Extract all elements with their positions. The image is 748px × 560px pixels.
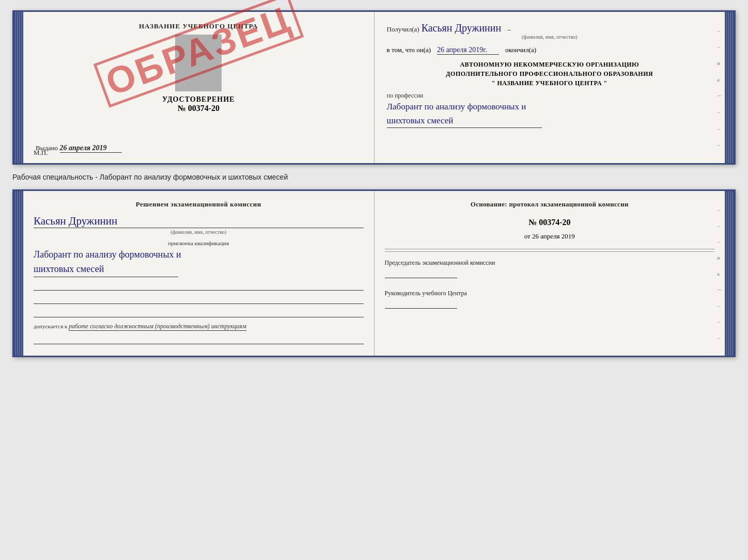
doc-content-bottom: Решением экзаменационной комиссии Касьян… bbox=[23, 191, 725, 356]
org-line3: " НАЗВАНИЕ УЧЕБНОГО ЦЕНТРА " bbox=[387, 78, 713, 88]
date-prefix: от bbox=[524, 232, 531, 240]
dash-separator: – bbox=[507, 25, 511, 33]
chairman-sig-line bbox=[385, 278, 457, 278]
mp-label: М.П. bbox=[34, 149, 48, 157]
top-document: НАЗВАНИЕ УЧЕБНОГО ЦЕНТРА ОБРАЗЕЦ УДОСТОВ… bbox=[12, 10, 736, 165]
fio-label: (фамилия, имя, отчество) bbox=[387, 34, 713, 40]
received-line: Получил(а) Касьян Дружинин – (фамилия, и… bbox=[387, 22, 713, 40]
allowed-text-block: допускается к работе согласно должностны… bbox=[34, 323, 364, 331]
spine-left-bottom bbox=[14, 191, 23, 356]
sig-line-1 bbox=[34, 280, 364, 291]
top-doc-left-panel: НАЗВАНИЕ УЧЕБНОГО ЦЕНТРА ОБРАЗЕЦ УДОСТОВ… bbox=[23, 12, 375, 163]
qual-text: Лаборант по анализу формовочных и шихтов… bbox=[34, 247, 364, 278]
right-edge-marks: – – и а ← – – – bbox=[716, 12, 724, 163]
protocol-number: № 00374-20 bbox=[385, 218, 715, 227]
person-name: Касьян Дружинин bbox=[34, 215, 364, 228]
bottom-doc-right-panel: Основание: протокол экзаменационной коми… bbox=[375, 191, 725, 356]
sig-line-2 bbox=[34, 294, 364, 304]
spine-left-top bbox=[14, 12, 23, 163]
cert-number: № 00374-20 bbox=[36, 104, 362, 113]
org-line1: АВТОНОМНУЮ НЕКОММЕРЧЕСКУЮ ОРГАНИЗАЦИЮ bbox=[387, 60, 713, 69]
allowed-label: допускается к bbox=[34, 323, 67, 329]
org-block: АВТОНОМНУЮ НЕКОММЕРЧЕСКУЮ ОРГАНИЗАЦИЮ ДО… bbox=[387, 60, 713, 88]
received-label: Получил(а) bbox=[387, 25, 419, 33]
profession-line2: шихтовых смесей bbox=[387, 114, 542, 128]
profession-line1: Лаборант по анализу формовочных и bbox=[387, 102, 526, 111]
horiz-line-2 bbox=[385, 251, 715, 252]
head-label: Руководитель учебного Центра bbox=[385, 289, 715, 298]
head-sig-line bbox=[385, 308, 457, 309]
allowed-text: работе согласно должностным (производств… bbox=[69, 323, 246, 331]
protocol-date-value: 26 апреля 2019 bbox=[532, 232, 575, 240]
finished-label: окончил(а) bbox=[505, 46, 536, 54]
name-container: Касьян Дружинин bbox=[34, 215, 364, 228]
cert-number-area: УДОСТОВЕРЕНИЕ № 00374-20 bbox=[36, 95, 362, 113]
qual-line2: шихтовых смесей bbox=[34, 262, 178, 277]
chairman-label: Председатель экзаменационной комиссии bbox=[385, 258, 715, 267]
profession-label: по профессии bbox=[387, 92, 713, 100]
date-label: в том, что он(а) bbox=[387, 46, 431, 54]
cert-label: УДОСТОВЕРЕНИЕ bbox=[36, 95, 362, 104]
received-name: Касьян Дружинин bbox=[422, 22, 502, 34]
commission-title: Решением экзаменационной комиссии bbox=[34, 199, 364, 210]
profession-text: Лаборант по анализу формовочных и шихтов… bbox=[387, 100, 713, 128]
right-edge-marks-bottom: – – – и а ← – – – bbox=[716, 191, 724, 356]
qual-label: присвоена квалификация bbox=[34, 240, 364, 246]
protocol-date: от 26 апреля 2019 bbox=[385, 232, 715, 241]
fio-label-bottom: (фамилия, имя, отчество) bbox=[34, 229, 364, 235]
bottom-doc-left-panel: Решением экзаменационной комиссии Касьян… bbox=[23, 191, 375, 356]
cert-date: 26 апреля 2019г. bbox=[437, 46, 499, 55]
horiz-line-1 bbox=[385, 249, 715, 249]
date-section: в том, что он(а) 26 апреля 2019г. окончи… bbox=[387, 45, 713, 55]
cert-issued: Выдано 26 апреля 2019 bbox=[36, 144, 362, 153]
sig-line-3 bbox=[34, 307, 364, 317]
doc-content-top: НАЗВАНИЕ УЧЕБНОГО ЦЕНТРА ОБРАЗЕЦ УДОСТОВ… bbox=[23, 12, 725, 163]
page-wrapper: НАЗВАНИЕ УЧЕБНОГО ЦЕНТРА ОБРАЗЕЦ УДОСТОВ… bbox=[12, 10, 736, 357]
sig-line-4 bbox=[34, 334, 364, 344]
cert-title: НАЗВАНИЕ УЧЕБНОГО ЦЕНТРА bbox=[36, 22, 362, 30]
basis-label: Основание: протокол экзаменационной коми… bbox=[385, 199, 715, 210]
photo-placeholder bbox=[175, 35, 222, 91]
top-doc-right-panel: Получил(а) Касьян Дружинин – (фамилия, и… bbox=[375, 12, 725, 163]
between-docs-text: Рабочая специальность - Лаборант по анал… bbox=[12, 171, 736, 183]
qual-line1: Лаборант по анализу формовочных и bbox=[34, 249, 181, 260]
issued-date: 26 апреля 2019 bbox=[60, 144, 122, 153]
org-line2: ДОПОЛНИТЕЛЬНОГО ПРОФЕССИОНАЛЬНОГО ОБРАЗО… bbox=[387, 69, 713, 78]
bottom-document: Решением экзаменационной комиссии Касьян… bbox=[12, 189, 736, 357]
spine-right-bottom bbox=[725, 191, 734, 356]
spine-right-top bbox=[725, 12, 734, 163]
